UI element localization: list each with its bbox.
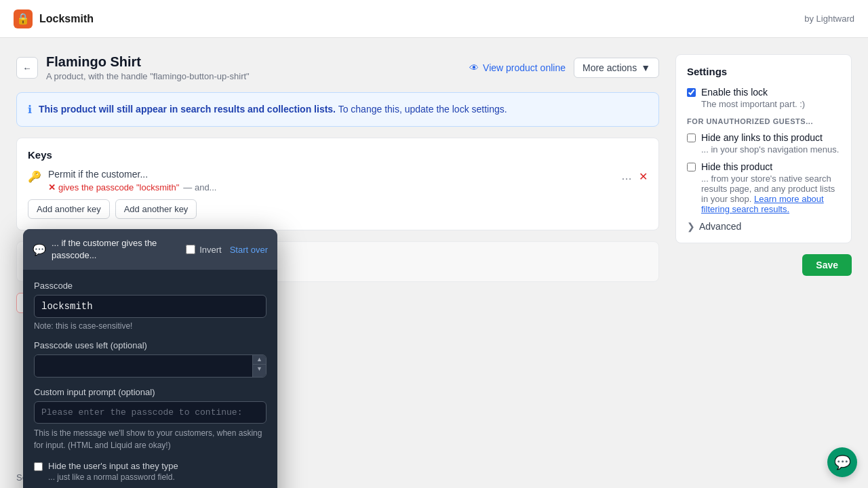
invert-checkbox[interactable] <box>186 245 195 254</box>
key-and: — and... <box>183 182 216 192</box>
enable-lock-row: Enable this lock The most important part… <box>687 87 840 109</box>
key-badge-x-icon: ✕ <box>48 182 56 192</box>
popup-header-left: 💬 ... if the customer gives the passcode… <box>33 237 157 262</box>
app-logo: 🔒 <box>14 9 33 28</box>
keys-title: Keys <box>28 149 648 161</box>
info-rest: To change this, update the lock settings… <box>338 104 507 115</box>
hide-product-label: Hide this product <box>701 161 840 172</box>
enable-lock-sub: The most important part. :) <box>701 99 805 109</box>
passcode-input[interactable] <box>34 295 267 318</box>
page-header: ← Flamingo Shirt A product, with the han… <box>16 54 659 81</box>
add-another-key-button[interactable]: Add another key <box>28 199 110 219</box>
start-over-button[interactable]: Start over <box>230 245 268 255</box>
passcode-popup[interactable]: 💬 ... if the customer gives the passcode… <box>23 229 277 488</box>
main-content: ← Flamingo Shirt A product, with the han… <box>0 38 868 488</box>
chat-icon: 💬 <box>834 454 851 470</box>
key-buttons: Add another key Add another key <box>28 199 648 219</box>
info-icon: ℹ <box>28 103 32 116</box>
popup-invert-row: Invert <box>186 245 222 255</box>
advanced-row[interactable]: ❯ Advanced <box>687 221 840 232</box>
hide-input-label: Hide the user's input as they type <box>48 461 178 471</box>
prompt-input[interactable] <box>34 401 267 424</box>
prompt-label: Custom input prompt (optional) <box>34 387 267 397</box>
hide-product-row: Hide this product ... from your store's … <box>687 161 840 214</box>
navbar: 🔒 Locksmith by Lightward <box>0 0 868 38</box>
hide-input-row: Hide the user's input as they type ... j… <box>34 461 267 482</box>
key-detail-text: gives the passcode "locksmith" <box>58 182 179 192</box>
popup-body: Passcode Note: this is case-sensitive! P… <box>23 270 277 488</box>
key-condition: Permit if the customer... <box>48 169 612 180</box>
stepper-up-button[interactable]: ▲ <box>253 355 266 365</box>
unauthorized-divider: FOR UNAUTHORIZED GUESTS... <box>687 117 840 125</box>
key-icon: 🔑 <box>28 170 41 183</box>
uses-left-input[interactable] <box>35 355 252 377</box>
page-header-left: ← Flamingo Shirt A product, with the han… <box>16 54 250 81</box>
prompt-help: This is the message we'll show to your c… <box>34 427 267 451</box>
advanced-label: Advanced <box>699 221 741 232</box>
stepper: ▲ ▼ <box>252 355 266 377</box>
page-subtitle: A product, with the handle "flamingo-but… <box>46 71 250 81</box>
key-actions: … ✕ <box>618 169 648 184</box>
enable-lock-content: Enable this lock The most important part… <box>701 87 805 109</box>
enable-lock-checkbox[interactable] <box>687 88 696 97</box>
hide-links-content: Hide any links to this product ... in yo… <box>701 132 839 155</box>
settings-title: Settings <box>687 66 840 77</box>
hide-product-checkbox[interactable] <box>687 163 696 171</box>
key-menu-button[interactable]: … <box>618 169 635 184</box>
brand-label: by Lightward <box>804 14 854 24</box>
popup-header: 💬 ... if the customer gives the passcode… <box>23 229 277 270</box>
hide-product-content: Hide this product ... from your store's … <box>701 161 840 214</box>
key-delete-button[interactable]: ✕ <box>639 170 648 183</box>
page-actions: 👁 View product online More actions ▼ <box>469 58 659 78</box>
hide-input-label-block: Hide the user's input as they type ... j… <box>48 461 178 482</box>
hide-input-sub: ... just like a normal password field. <box>48 472 178 482</box>
robot-icon: 💬 <box>33 243 46 256</box>
popup-header-right: Invert Start over <box>186 245 268 255</box>
hide-links-sub: ... in your shop's navigation menus. <box>701 144 839 155</box>
uses-left-wrapper: ▲ ▼ <box>34 354 267 378</box>
key-detail: ✕ gives the passcode "locksmith" — and..… <box>48 182 612 192</box>
save-row: Save <box>675 254 852 276</box>
page-title: Flamingo Shirt <box>46 54 250 70</box>
right-column: Settings Enable this lock The most impor… <box>675 54 852 472</box>
chevron-down-icon: ▼ <box>641 62 650 73</box>
view-product-button[interactable]: 👁 View product online <box>469 62 566 73</box>
chevron-right-icon: ❯ <box>687 221 695 232</box>
settings-card: Settings Enable this lock The most impor… <box>675 54 852 243</box>
uses-left-label: Passcode uses left (optional) <box>34 340 267 350</box>
navbar-left: 🔒 Locksmith <box>14 9 94 28</box>
hide-links-label: Hide any links to this product <box>701 132 839 143</box>
stepper-down-button[interactable]: ▼ <box>253 365 266 373</box>
hide-links-row: Hide any links to this product ... in yo… <box>687 132 840 155</box>
chat-button[interactable]: 💬 <box>827 447 857 477</box>
keys-card: Keys 🔑 Permit if the customer... ✕ gives… <box>16 138 659 230</box>
key-badge: ✕ gives the passcode "locksmith" <box>48 182 179 192</box>
hide-input-checkbox[interactable] <box>34 462 43 471</box>
page-title-block: Flamingo Shirt A product, with the handl… <box>46 54 250 81</box>
key-content: Permit if the customer... ✕ gives the pa… <box>48 169 612 192</box>
another-key-button[interactable]: Add another key <box>115 199 197 219</box>
passcode-label: Passcode <box>34 281 267 291</box>
popup-condition-text: ... if the customer gives the passcode..… <box>52 237 157 262</box>
info-text: This product will still appear in search… <box>39 102 507 117</box>
key-row: 🔑 Permit if the customer... ✕ gives the … <box>28 169 648 192</box>
left-column: ← Flamingo Shirt A product, with the han… <box>16 54 659 472</box>
passcode-hint: Note: this is case-sensitive! <box>34 321 267 331</box>
eye-icon: 👁 <box>469 62 479 73</box>
more-actions-label: More actions <box>583 62 637 73</box>
app-name: Locksmith <box>39 13 94 25</box>
more-actions-button[interactable]: More actions ▼ <box>574 58 659 78</box>
back-button[interactable]: ← <box>16 57 38 79</box>
info-banner: ℹ This product will still appear in sear… <box>16 92 659 127</box>
hide-product-sub: ... from your store's native search resu… <box>701 174 840 214</box>
save-button[interactable]: Save <box>802 254 852 276</box>
invert-label: Invert <box>199 245 222 255</box>
info-bold: This product will still appear in search… <box>39 104 336 115</box>
enable-lock-label: Enable this lock <box>701 87 805 98</box>
hide-links-checkbox[interactable] <box>687 134 696 142</box>
